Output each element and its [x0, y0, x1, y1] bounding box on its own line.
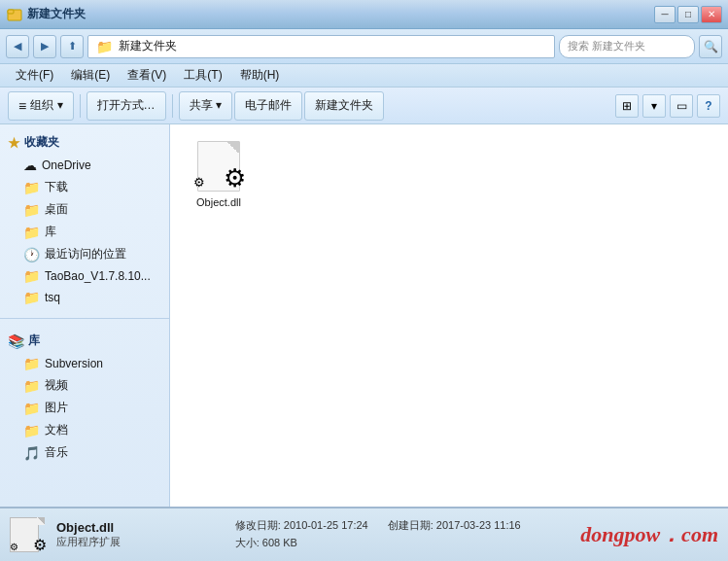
new-folder-label: 新建文件夹 [315, 97, 373, 114]
sidebar-item-downloads[interactable]: 📁 下载 [0, 176, 169, 198]
menu-edit[interactable]: 编辑(E) [63, 65, 118, 86]
window-icon [6, 6, 23, 23]
created-label: 创建日期: [388, 519, 433, 531]
view-toggle-button[interactable]: ▾ [642, 94, 666, 118]
organize-label: 组织 ▾ [30, 97, 62, 114]
sidebar-item-docs[interactable]: 📁 文档 [0, 419, 169, 441]
sidebar-item-video[interactable]: 📁 视频 [0, 374, 169, 397]
file-name-label: Object.dll [196, 195, 241, 209]
help-button[interactable]: ? [697, 94, 720, 118]
folder-icon-docs: 📁 [23, 423, 40, 438]
open-label: 打开方式… [97, 97, 156, 114]
window-controls: ─ □ ✕ [654, 6, 722, 23]
sidebar-item-desktop[interactable]: 📁 桌面 [0, 198, 169, 221]
status-file-icon: ⚙ ⚙ [10, 517, 45, 552]
search-field[interactable]: 搜索 新建文件夹 [559, 35, 695, 58]
library-header[interactable]: 📚 库 [0, 329, 169, 353]
sidebar-item-taobao[interactable]: 📁 TaoBao_V1.7.8.10... [0, 265, 169, 287]
organize-button[interactable]: ≡ 组织 ▾ [8, 91, 74, 121]
share-button[interactable]: 共享 ▾ [179, 91, 232, 121]
star-icon: ★ [8, 135, 20, 151]
sidebar-item-pictures[interactable]: 📁 图片 [0, 397, 169, 419]
minimize-button[interactable]: ─ [654, 6, 676, 23]
close-button[interactable]: ✕ [701, 6, 722, 23]
toolbar: ≡ 组织 ▾ 打开方式… 共享 ▾ 电子邮件 新建文件夹 ⊞ ▾ ▭ ? [0, 88, 728, 124]
library-section: 📚 库 📁 Subversion 📁 视频 📁 图片 📁 文档 🎵 音乐 [0, 323, 169, 470]
folder-icon: 📁 [96, 39, 113, 54]
up-button[interactable]: ⬆ [60, 35, 84, 58]
status-gear-small: ⚙ [10, 542, 18, 552]
favorites-header[interactable]: ★ 收藏夹 [0, 130, 169, 155]
library-icon: 📚 [8, 333, 24, 349]
window-title: 新建文件夹 [27, 6, 654, 22]
folder-icon-tsq: 📁 [23, 290, 40, 305]
created-date: 2017-03-23 11:16 [436, 519, 521, 531]
view-details-button[interactable]: ⊞ [615, 94, 639, 118]
menu-file[interactable]: 文件(F) [8, 65, 61, 86]
search-button[interactable]: 🔍 [699, 35, 722, 58]
title-bar: 新建文件夹 ─ □ ✕ [0, 0, 728, 29]
sidebar: ★ 收藏夹 ☁ OneDrive 📁 下载 📁 桌面 📁 库 🕐 最近访问的 [0, 124, 170, 507]
address-field[interactable]: 📁 新建文件夹 [87, 35, 555, 58]
status-meta: 修改日期: 2010-01-25 17:24 大小: 608 KB 创建日期: … [235, 517, 569, 551]
status-created: 创建日期: 2017-03-23 11:16 [388, 517, 521, 551]
folder-icon-lib: 📁 [23, 225, 40, 240]
file-icon-wrapper: ⚙ ⚙ [193, 141, 244, 192]
sidebar-item-onedrive[interactable]: ☁ OneDrive [0, 155, 169, 176]
status-filename: Object.dll [56, 520, 224, 535]
folder-icon-video: 📁 [23, 378, 40, 394]
gear-small-icon: ⚙ [193, 175, 205, 190]
sidebar-item-music[interactable]: 🎵 音乐 [0, 441, 169, 464]
menu-bar: 文件(F) 编辑(E) 查看(V) 工具(T) 帮助(H) [0, 64, 728, 88]
email-button[interactable]: 电子邮件 [234, 91, 302, 121]
status-gear-icon: ⚙ [33, 536, 47, 554]
library-label: 库 [28, 333, 40, 349]
status-type: 应用程序扩展 [56, 535, 224, 549]
menu-view[interactable]: 查看(V) [120, 65, 174, 86]
toolbar-divider-1 [80, 94, 81, 118]
folder-icon-taobao: 📁 [23, 268, 40, 284]
folder-icon-dl: 📁 [23, 180, 40, 195]
size-label: 大小: [235, 537, 260, 548]
sidebar-item-tsq[interactable]: 📁 tsq [0, 287, 169, 308]
preview-pane-button[interactable]: ▭ [670, 94, 693, 118]
search-placeholder: 搜索 新建文件夹 [568, 39, 645, 53]
size-value: 608 KB [262, 537, 297, 548]
open-button[interactable]: 打开方式… [87, 91, 166, 121]
sidebar-item-library[interactable]: 📁 库 [0, 221, 169, 243]
menu-help[interactable]: 帮助(H) [232, 65, 288, 86]
onedrive-icon: ☁ [23, 158, 37, 173]
sidebar-item-recent[interactable]: 🕐 最近访问的位置 [0, 243, 169, 265]
watermark: dongpow．com [580, 520, 718, 549]
music-icon: 🎵 [23, 445, 40, 461]
status-info: Object.dll 应用程序扩展 [56, 520, 224, 549]
address-bar: ◀ ▶ ⬆ 📁 新建文件夹 搜索 新建文件夹 🔍 [0, 29, 728, 64]
status-bar: ⚙ ⚙ Object.dll 应用程序扩展 修改日期: 2010-01-25 1… [0, 507, 728, 561]
modified-date: 2010-01-25 17:24 [284, 519, 368, 531]
main-content: ★ 收藏夹 ☁ OneDrive 📁 下载 📁 桌面 📁 库 🕐 最近访问的 [0, 124, 728, 507]
new-folder-button[interactable]: 新建文件夹 [304, 91, 384, 121]
gear-icon: ⚙ [224, 163, 246, 193]
menu-tools[interactable]: 工具(T) [176, 65, 229, 86]
sidebar-item-subversion[interactable]: 📁 Subversion [0, 353, 169, 374]
forward-button[interactable]: ▶ [33, 35, 56, 58]
file-area: ⚙ ⚙ Object.dll [170, 124, 728, 507]
modified-label: 修改日期: [235, 519, 281, 531]
organize-icon: ≡ [18, 98, 26, 114]
email-label: 电子邮件 [245, 97, 292, 114]
sidebar-separator [0, 318, 169, 319]
svg-rect-1 [8, 10, 14, 14]
status-modified: 修改日期: 2010-01-25 17:24 大小: 608 KB [235, 517, 368, 551]
back-button[interactable]: ◀ [6, 35, 29, 58]
toolbar-right: ⊞ ▾ ▭ ? [615, 94, 720, 118]
folder-icon-pictures: 📁 [23, 401, 40, 416]
address-text: 新建文件夹 [119, 38, 177, 54]
toolbar-divider-2 [172, 94, 173, 118]
share-label: 共享 ▾ [190, 97, 222, 114]
favorites-label: 收藏夹 [24, 134, 59, 151]
folder-icon-svn: 📁 [23, 356, 40, 371]
maximize-button[interactable]: □ [677, 6, 699, 23]
favorites-section: ★ 收藏夹 ☁ OneDrive 📁 下载 📁 桌面 📁 库 🕐 最近访问的 [0, 124, 169, 314]
folder-icon-desktop: 📁 [23, 202, 40, 218]
file-item-object-dll[interactable]: ⚙ ⚙ Object.dll [180, 134, 258, 222]
